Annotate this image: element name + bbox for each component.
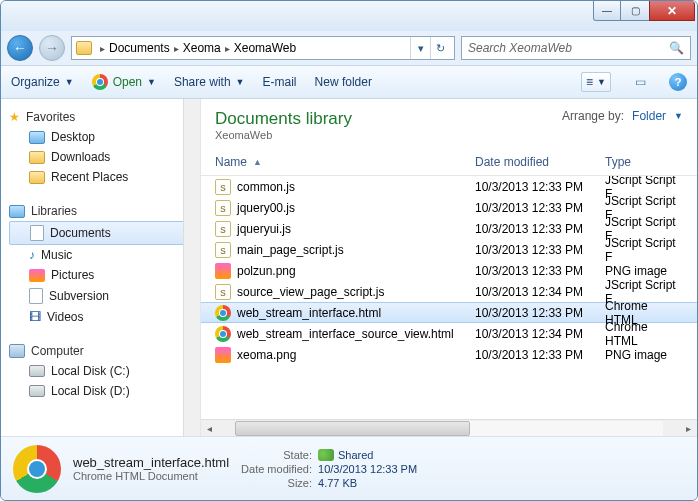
- scroll-right-icon[interactable]: ▸: [680, 423, 697, 434]
- navigation-pane: ★Favorites Desktop Downloads Recent Plac…: [1, 99, 201, 436]
- maximize-button[interactable]: ▢: [621, 1, 649, 21]
- chevron-down-icon: ▼: [65, 77, 74, 87]
- details-size-label: Size:: [241, 477, 312, 489]
- nav-pictures[interactable]: Pictures: [9, 265, 200, 285]
- nav-row: ← → ▸ Documents ▸ Xeoma ▸ XeomaWeb ▾ ↻ S…: [1, 31, 697, 65]
- details-filename: web_stream_interface.html: [73, 455, 229, 470]
- libraries-icon: [9, 205, 25, 218]
- back-button[interactable]: ←: [7, 35, 33, 61]
- pictures-icon: [29, 269, 45, 282]
- drive-icon: [29, 365, 45, 377]
- chrome-icon: [215, 326, 231, 342]
- js-icon: s: [215, 179, 231, 195]
- breadcrumb-seg[interactable]: Xeoma: [183, 41, 221, 55]
- close-button[interactable]: ✕: [649, 1, 695, 21]
- people-icon: [318, 449, 334, 461]
- details-state-label: State:: [241, 449, 312, 461]
- details-size-value: 4.77 KB: [318, 477, 417, 489]
- js-icon: s: [215, 200, 231, 216]
- folder-icon: [29, 151, 45, 164]
- search-icon[interactable]: 🔍: [669, 41, 684, 55]
- nav-documents[interactable]: Documents: [9, 221, 194, 245]
- address-bar[interactable]: ▸ Documents ▸ Xeoma ▸ XeomaWeb ▾ ↻: [71, 36, 455, 60]
- col-name[interactable]: Name▲: [215, 151, 475, 173]
- scroll-left-icon[interactable]: ◂: [201, 423, 218, 434]
- open-button[interactable]: Open▼: [92, 74, 156, 90]
- chevron-right-icon[interactable]: ▸: [170, 43, 183, 54]
- nav-scrollbar[interactable]: [183, 99, 200, 436]
- breadcrumb-seg[interactable]: Documents: [109, 41, 170, 55]
- chrome-icon: [92, 74, 108, 90]
- file-row[interactable]: xeoma.png10/3/2013 12:33 PMPNG image: [201, 344, 697, 365]
- help-button[interactable]: ?: [669, 73, 687, 91]
- library-subtitle: XeomaWeb: [215, 129, 352, 141]
- view-mode-button[interactable]: ≡ ▼: [581, 72, 611, 92]
- content-pane: Documents library XeomaWeb Arrange by: F…: [201, 99, 697, 436]
- computer-group[interactable]: Computer: [9, 341, 200, 361]
- forward-button[interactable]: →: [39, 35, 65, 61]
- videos-icon: 🎞: [29, 310, 41, 324]
- arrange-label: Arrange by:: [562, 109, 624, 123]
- col-type[interactable]: Type: [605, 151, 683, 173]
- file-row[interactable]: smain_page_script.js10/3/2013 12:33 PMJS…: [201, 239, 697, 260]
- js-icon: s: [215, 284, 231, 300]
- recent-icon: [29, 171, 45, 184]
- png-icon: [215, 263, 231, 279]
- horizontal-scrollbar[interactable]: ◂ ▸: [201, 419, 697, 436]
- chevron-down-icon: ▼: [236, 77, 245, 87]
- star-icon: ★: [9, 110, 20, 124]
- js-icon: s: [215, 221, 231, 237]
- nav-videos[interactable]: 🎞Videos: [9, 307, 200, 327]
- chrome-icon: [13, 445, 61, 493]
- sort-asc-icon: ▲: [253, 157, 262, 167]
- chevron-right-icon[interactable]: ▸: [221, 43, 234, 54]
- computer-icon: [9, 344, 25, 358]
- file-list: scommon.js10/3/2013 12:33 PMJScript Scri…: [201, 176, 697, 419]
- details-state-value: Shared: [318, 449, 417, 461]
- chevron-down-icon: ▼: [147, 77, 156, 87]
- organize-button[interactable]: Organize▼: [11, 75, 74, 89]
- nav-recent[interactable]: Recent Places: [9, 167, 200, 187]
- js-icon: s: [215, 242, 231, 258]
- search-input[interactable]: Search XeomaWeb 🔍: [461, 36, 691, 60]
- chevron-down-icon[interactable]: ▼: [674, 111, 683, 121]
- details-pane: web_stream_interface.html Chrome HTML Do…: [1, 436, 697, 500]
- music-icon: ♪: [29, 248, 35, 262]
- libraries-group[interactable]: Libraries: [9, 201, 200, 221]
- address-dropdown[interactable]: ▾: [410, 37, 430, 59]
- arrange-value[interactable]: Folder: [632, 109, 666, 123]
- new-folder-button[interactable]: New folder: [315, 75, 372, 89]
- nav-disk-d[interactable]: Local Disk (D:): [9, 381, 200, 401]
- details-filetype: Chrome HTML Document: [73, 470, 229, 482]
- details-modified-label: Date modified:: [241, 463, 312, 475]
- scroll-thumb[interactable]: [235, 421, 470, 436]
- email-button[interactable]: E-mail: [263, 75, 297, 89]
- nav-downloads[interactable]: Downloads: [9, 147, 200, 167]
- drive-icon: [29, 385, 45, 397]
- nav-subversion[interactable]: Subversion: [9, 285, 200, 307]
- refresh-button[interactable]: ↻: [430, 37, 450, 59]
- details-modified-value: 10/3/2013 12:33 PM: [318, 463, 417, 475]
- desktop-icon: [29, 131, 45, 144]
- folder-icon: [76, 41, 92, 55]
- chevron-right-icon[interactable]: ▸: [96, 43, 109, 54]
- explorer-window: — ▢ ✕ ← → ▸ Documents ▸ Xeoma ▸ XeomaWeb…: [0, 0, 698, 501]
- minimize-button[interactable]: —: [593, 1, 621, 21]
- preview-pane-button[interactable]: ▭: [629, 72, 651, 92]
- toolbar: Organize▼ Open▼ Share with▼ E-mail New f…: [1, 65, 697, 99]
- search-placeholder: Search XeomaWeb: [468, 41, 572, 55]
- png-icon: [215, 347, 231, 363]
- col-date[interactable]: Date modified: [475, 151, 605, 173]
- chrome-icon: [215, 305, 231, 321]
- nav-music[interactable]: ♪Music: [9, 245, 200, 265]
- file-row[interactable]: web_stream_interface_source_view.html10/…: [201, 323, 697, 344]
- subversion-icon: [29, 288, 43, 304]
- nav-desktop[interactable]: Desktop: [9, 127, 200, 147]
- column-headers: Name▲ Date modified Type: [201, 147, 697, 176]
- nav-disk-c[interactable]: Local Disk (C:): [9, 361, 200, 381]
- breadcrumb-seg[interactable]: XeomaWeb: [234, 41, 296, 55]
- document-icon: [30, 225, 44, 241]
- titlebar: — ▢ ✕: [1, 1, 697, 31]
- share-button[interactable]: Share with▼: [174, 75, 245, 89]
- favorites-group[interactable]: ★Favorites: [9, 107, 200, 127]
